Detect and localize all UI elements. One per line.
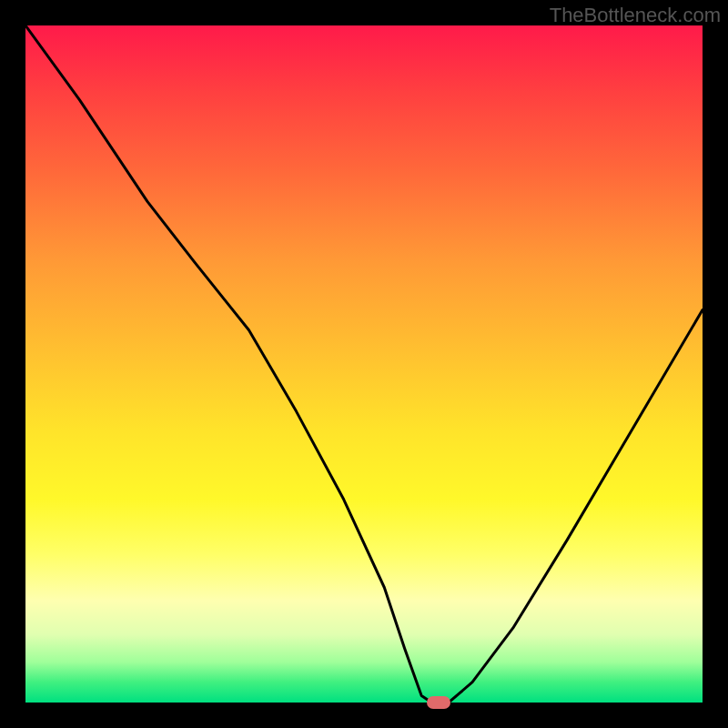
optimal-point-marker — [427, 696, 450, 709]
chart-plot-area — [25, 25, 703, 703]
watermark-text: TheBottleneck.com — [550, 4, 721, 27]
bottleneck-curve — [25, 25, 703, 703]
